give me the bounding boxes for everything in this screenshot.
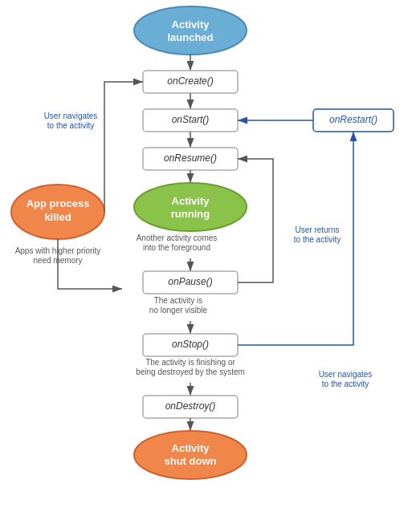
app-killed-label: App process [27, 197, 90, 209]
annotation-another-activity2: into the foreground [143, 243, 210, 252]
annotation-finishing: The activity is finishing or [145, 358, 235, 367]
activity-running-label2: running [171, 208, 210, 220]
onresume-label: onResume() [164, 152, 217, 164]
ondestroy-label: onDestroy() [165, 400, 216, 412]
onrestart-label: onRestart() [329, 114, 377, 125]
annotation-user-navigates-right: User navigates [319, 370, 373, 379]
activity-launched-label2: launched [167, 31, 213, 43]
activity-shutdown-label2: shut down [165, 455, 217, 467]
annotation-no-longer-visible: The activity is [154, 296, 203, 305]
oncreate-label: onCreate() [167, 75, 213, 87]
annotation-finishing2: being destroyed by the system [136, 368, 245, 376]
activity-launched-label: Activity [172, 18, 210, 30]
annotation-user-returns: User returns [295, 225, 339, 234]
app-killed-label2: killed [44, 211, 71, 223]
annotation-user-navigates: User navigates [44, 112, 98, 120]
annotation-no-longer-visible2: no longer visible [149, 306, 208, 315]
annotation-another-activity: Another activity comes [137, 234, 218, 242]
lifecycle-diagram: Activity launched onCreate() onStart() o… [0, 0, 412, 532]
activity-running-label: Activity [172, 195, 210, 207]
annotation-user-navigates-right2: to the activity [322, 380, 369, 388]
onpause-label: onPause() [168, 276, 212, 287]
onstart-label: onStart() [172, 114, 210, 125]
annotation-user-returns2: to the activity [294, 235, 341, 244]
onstop-label: onStop() [172, 339, 209, 350]
annotation-user-navigates2: to the activity [47, 121, 94, 130]
arrow-killed-oncreate [104, 82, 143, 212]
arrow-onpause-onresume [238, 159, 273, 282]
activity-shutdown-label: Activity [172, 442, 210, 454]
